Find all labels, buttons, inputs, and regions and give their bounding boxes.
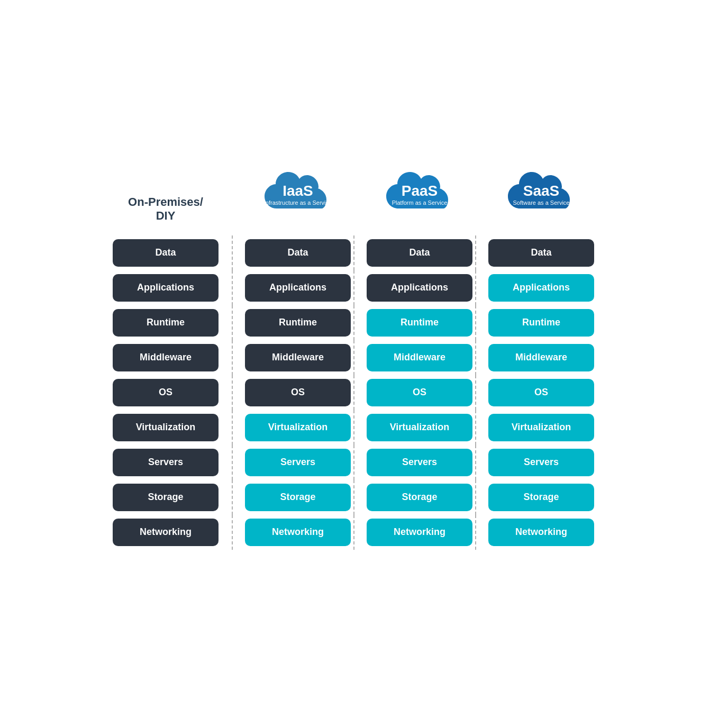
badge-data-col0: Data	[113, 239, 219, 267]
badge-data-col1: Data	[245, 239, 351, 267]
grid-row: StorageStorageStorageStorage	[105, 484, 623, 511]
saas-cloud-text: SaaS Software as a Service	[513, 184, 570, 206]
cell-8-3: Networking	[486, 519, 597, 546]
badge-servers-col2: Servers	[367, 449, 472, 476]
cell-2-0: Runtime	[105, 309, 226, 337]
cell-7-1: Storage	[242, 484, 353, 511]
diagram-container: On-Premises/ DIY IaaS Infrastructure as …	[73, 150, 655, 567]
cell-4-3: OS	[486, 379, 597, 406]
badge-virtualization-col3: Virtualization	[488, 414, 594, 441]
badge-networking-col0: Networking	[113, 519, 219, 546]
cell-0-0: Data	[105, 239, 226, 267]
cell-3-1: Middleware	[242, 344, 353, 371]
col-header-saas: SaaS Software as a Service	[486, 171, 597, 223]
col-header-on-premises: On-Premises/ DIY	[105, 195, 226, 223]
badge-runtime-col1: Runtime	[245, 309, 351, 337]
badge-storage-col3: Storage	[488, 484, 594, 511]
grid-row: ApplicationsApplicationsApplicationsAppl…	[105, 274, 623, 302]
badge-storage-col2: Storage	[367, 484, 472, 511]
col-header-iaas: IaaS Infrastructure as a Service	[242, 171, 353, 223]
paas-label: PaaS	[392, 184, 448, 198]
iaas-sublabel: Infrastructure as a Service	[264, 199, 332, 206]
badge-runtime-col2: Runtime	[367, 309, 472, 337]
cell-3-3: Middleware	[486, 344, 597, 371]
cell-8-0: Networking	[105, 519, 226, 546]
cell-1-2: Applications	[364, 274, 475, 302]
badge-servers-col1: Servers	[245, 449, 351, 476]
cell-6-3: Servers	[486, 449, 597, 476]
cell-2-3: Runtime	[486, 309, 597, 337]
on-premises-title: On-Premises/ DIY	[128, 195, 203, 223]
cell-7-2: Storage	[364, 484, 475, 511]
saas-sublabel: Software as a Service	[513, 199, 570, 206]
badge-networking-col2: Networking	[367, 519, 472, 546]
col-header-paas: PaaS Platform as a Service	[364, 171, 475, 223]
badge-virtualization-col1: Virtualization	[245, 414, 351, 441]
grid-row: MiddlewareMiddlewareMiddlewareMiddleware	[105, 344, 623, 371]
cell-5-0: Virtualization	[105, 414, 226, 441]
header-row: On-Premises/ DIY IaaS Infrastructure as …	[105, 171, 623, 223]
badge-storage-col1: Storage	[245, 484, 351, 511]
badge-runtime-col0: Runtime	[113, 309, 219, 337]
saas-cloud-shape: SaaS Software as a Service	[502, 171, 581, 219]
badge-networking-col3: Networking	[488, 519, 594, 546]
cell-3-0: Middleware	[105, 344, 226, 371]
cell-6-2: Servers	[364, 449, 475, 476]
cell-0-2: Data	[364, 239, 475, 267]
grid-row: NetworkingNetworkingNetworkingNetworking	[105, 519, 623, 546]
cell-8-2: Networking	[364, 519, 475, 546]
cell-4-1: OS	[242, 379, 353, 406]
cell-4-2: OS	[364, 379, 475, 406]
badge-applications-col3: Applications	[488, 274, 594, 302]
badge-data-col2: Data	[367, 239, 472, 267]
grid-row: OSOSOSOS	[105, 379, 623, 406]
paas-cloud: PaaS Platform as a Service	[380, 171, 459, 219]
saas-label: SaaS	[513, 184, 570, 198]
iaas-label: IaaS	[264, 184, 332, 198]
cell-6-1: Servers	[242, 449, 353, 476]
badge-os-col0: OS	[113, 379, 219, 406]
cell-4-0: OS	[105, 379, 226, 406]
badge-storage-col0: Storage	[113, 484, 219, 511]
grid: DataDataDataDataApplicationsApplications…	[105, 239, 623, 546]
badge-middleware-col3: Middleware	[488, 344, 594, 371]
badge-data-col3: Data	[488, 239, 594, 267]
grid-row: DataDataDataData	[105, 239, 623, 267]
grid-row: VirtualizationVirtualizationVirtualizati…	[105, 414, 623, 441]
grid-row: ServersServersServersServers	[105, 449, 623, 476]
saas-cloud: SaaS Software as a Service	[502, 171, 581, 219]
badge-applications-col0: Applications	[113, 274, 219, 302]
badge-servers-col3: Servers	[488, 449, 594, 476]
cell-3-2: Middleware	[364, 344, 475, 371]
badge-runtime-col3: Runtime	[488, 309, 594, 337]
cell-7-3: Storage	[486, 484, 597, 511]
badge-virtualization-col0: Virtualization	[113, 414, 219, 441]
badge-middleware-col2: Middleware	[367, 344, 472, 371]
cell-5-2: Virtualization	[364, 414, 475, 441]
cell-8-1: Networking	[242, 519, 353, 546]
badge-middleware-col0: Middleware	[113, 344, 219, 371]
grid-row: RuntimeRuntimeRuntimeRuntime	[105, 309, 623, 337]
cell-5-3: Virtualization	[486, 414, 597, 441]
cell-1-3: Applications	[486, 274, 597, 302]
cell-1-1: Applications	[242, 274, 353, 302]
badge-virtualization-col2: Virtualization	[367, 414, 472, 441]
cell-1-0: Applications	[105, 274, 226, 302]
cell-0-1: Data	[242, 239, 353, 267]
badge-os-col2: OS	[367, 379, 472, 406]
badge-servers-col0: Servers	[113, 449, 219, 476]
paas-cloud-text: PaaS Platform as a Service	[392, 184, 448, 206]
paas-cloud-shape: PaaS Platform as a Service	[380, 171, 459, 219]
badge-middleware-col1: Middleware	[245, 344, 351, 371]
badge-applications-col1: Applications	[245, 274, 351, 302]
badge-os-col3: OS	[488, 379, 594, 406]
cell-5-1: Virtualization	[242, 414, 353, 441]
cell-7-0: Storage	[105, 484, 226, 511]
cell-0-3: Data	[486, 239, 597, 267]
cell-2-1: Runtime	[242, 309, 353, 337]
iaas-cloud-shape: IaaS Infrastructure as a Service	[258, 171, 338, 219]
iaas-cloud: IaaS Infrastructure as a Service	[258, 171, 338, 219]
badge-networking-col1: Networking	[245, 519, 351, 546]
cell-6-0: Servers	[105, 449, 226, 476]
badge-os-col1: OS	[245, 379, 351, 406]
